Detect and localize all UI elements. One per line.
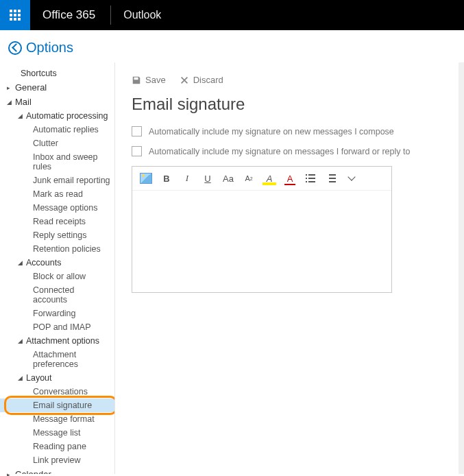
app-name-label: Outlook [114, 9, 161, 21]
sidebar-item-read-receipts[interactable]: Read receipts [0, 215, 114, 228]
chevron-down-icon [347, 173, 355, 180]
font-size-button[interactable]: Aa [221, 172, 235, 185]
page-title: Email signature [132, 95, 442, 114]
save-icon [132, 75, 141, 85]
sidebar-item-automatic-processing[interactable]: ◢Automatic processing [0, 109, 114, 123]
sidebar-item-retention[interactable]: Retention policies [0, 242, 114, 256]
waffle-icon [10, 10, 21, 21]
brand-label: Office 365 [30, 8, 108, 22]
sidebar-item-inbox-sweep[interactable]: Inbox and sweep rules [0, 150, 114, 174]
sidebar-item-mark-as-read[interactable]: Mark as read [0, 187, 114, 201]
sidebar-item-layout[interactable]: ◢Layout [0, 371, 114, 385]
checkbox-icon[interactable] [132, 126, 142, 136]
sidebar-item-attachment-prefs[interactable]: Attachment preferences [0, 348, 114, 371]
image-icon [140, 173, 152, 184]
sidebar-item-reading-pane[interactable]: Reading pane [0, 440, 114, 453]
underline-button[interactable]: U [201, 172, 215, 185]
options-header: Options [0, 30, 464, 62]
sidebar-item-clutter[interactable]: Clutter [0, 136, 114, 150]
sidebar-item-message-format[interactable]: Message format [0, 412, 114, 426]
main-panel: Save Discard Email signature Automatical… [115, 62, 459, 474]
bold-button[interactable]: B [160, 172, 173, 185]
sidebar-item-shortcuts[interactable]: Shortcuts [0, 67, 114, 80]
sidebar-item-general[interactable]: ▸General [0, 80, 114, 95]
checkbox-label: Automatically include my signature on me… [149, 147, 410, 156]
back-icon[interactable] [8, 41, 22, 55]
editor-textarea[interactable] [132, 191, 391, 287]
checkbox-label: Automatically include my signature on ne… [149, 127, 394, 136]
numbers-icon [326, 174, 336, 182]
action-toolbar: Save Discard [132, 71, 442, 95]
font-size-adjust-button[interactable]: A2 [242, 172, 256, 185]
signature-editor: B I U Aa A2 A A [132, 166, 392, 293]
sidebar-item-forwarding[interactable]: Forwarding [0, 307, 114, 320]
font-color-button[interactable]: A [283, 172, 297, 185]
more-options-button[interactable] [345, 172, 358, 185]
sidebar-item-conversations[interactable]: Conversations [0, 385, 114, 398]
sidebar-item-attachment-options[interactable]: ◢Attachment options [0, 334, 114, 348]
sidebar-item-message-list[interactable]: Message list [0, 426, 114, 440]
numbered-list-button[interactable] [324, 172, 338, 185]
sidebar-item-junk-email[interactable]: Junk email reporting [0, 174, 114, 187]
checkbox-row-forward-reply[interactable]: Automatically include my signature on me… [132, 146, 442, 156]
options-sidebar: Shortcuts ▸General ◢Mail ◢Automatic proc… [0, 62, 115, 474]
editor-toolbar: B I U Aa A2 A A [132, 167, 391, 191]
sidebar-item-block-allow[interactable]: Block or allow [0, 270, 114, 283]
save-button[interactable]: Save [132, 75, 166, 85]
sidebar-item-automatic-replies[interactable]: Automatic replies [0, 123, 114, 136]
bullets-icon [306, 174, 315, 182]
options-title: Options [26, 40, 73, 56]
highlight-button[interactable]: A [262, 172, 276, 185]
sidebar-item-reply-settings[interactable]: Reply settings [0, 228, 114, 242]
discard-button[interactable]: Discard [180, 75, 223, 85]
divider [110, 5, 111, 25]
sidebar-item-pop-imap[interactable]: POP and IMAP [0, 320, 114, 334]
italic-button[interactable]: I [180, 172, 194, 185]
sidebar-item-accounts[interactable]: ◢Accounts [0, 256, 114, 270]
insert-image-button[interactable] [139, 172, 153, 185]
sidebar-item-mail[interactable]: ◢Mail [0, 95, 114, 109]
discard-icon [180, 75, 189, 85]
sidebar-item-message-options[interactable]: Message options [0, 201, 114, 215]
sidebar-item-calendar[interactable]: ▸Calendar [0, 467, 114, 474]
sidebar-item-connected-accounts[interactable]: Connected accounts [0, 283, 114, 307]
bullets-button[interactable] [304, 172, 317, 185]
checkbox-icon[interactable] [132, 146, 142, 156]
sidebar-item-email-signature[interactable]: Email signature [0, 398, 114, 412]
top-bar: Office 365 Outlook [0, 0, 464, 30]
app-launcher-button[interactable] [0, 0, 30, 30]
sidebar-item-link-preview[interactable]: Link preview [0, 453, 114, 467]
checkbox-row-new-messages[interactable]: Automatically include my signature on ne… [132, 126, 442, 136]
scrollbar-gutter [459, 62, 464, 474]
